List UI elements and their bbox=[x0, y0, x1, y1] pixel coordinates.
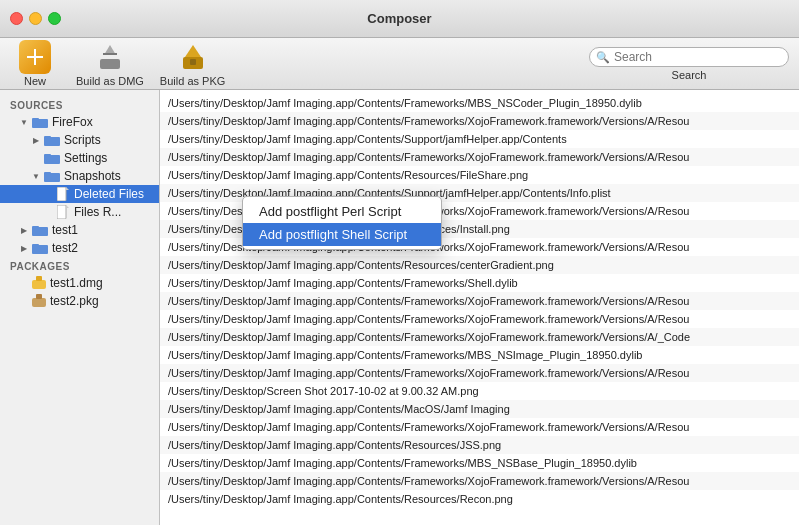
svg-rect-25 bbox=[36, 276, 42, 281]
disclosure-test1dmg bbox=[18, 277, 30, 289]
sources-header: SOURCES bbox=[0, 96, 159, 113]
sidebar-item-files-r[interactable]: Files R... bbox=[0, 203, 159, 221]
folder-icon-test2 bbox=[32, 242, 48, 254]
new-label: New bbox=[24, 75, 46, 87]
file-path-item: /Users/tiny/Desktop/Jamf Imaging.app/Con… bbox=[160, 130, 799, 148]
svg-rect-13 bbox=[44, 154, 51, 157]
new-button[interactable]: New bbox=[10, 41, 60, 87]
close-button[interactable] bbox=[10, 12, 23, 25]
file-path-item: /Users/tiny/Desktop/Jamf Imaging.app/Con… bbox=[160, 364, 799, 382]
build-pkg-button[interactable]: Build as PKG bbox=[160, 41, 225, 87]
search-icon: 🔍 bbox=[596, 50, 610, 63]
test2pkg-label: test2.pkg bbox=[50, 294, 99, 308]
context-menu: Add postflight Perl Script Add postfligh… bbox=[242, 196, 442, 250]
sidebar-item-test1dmg[interactable]: test1.dmg bbox=[0, 274, 159, 292]
sidebar-item-snapshots[interactable]: ▼ Snapshots bbox=[0, 167, 159, 185]
svg-rect-18 bbox=[57, 205, 66, 219]
folder-icon-snapshots bbox=[44, 170, 60, 182]
maximize-button[interactable] bbox=[48, 12, 61, 25]
files-r-label: Files R... bbox=[74, 205, 121, 219]
file-path-item: /Users/tiny/Desktop/Jamf Imaging.app/Con… bbox=[160, 292, 799, 310]
svg-rect-4 bbox=[103, 53, 117, 55]
build-dmg-icon bbox=[94, 41, 126, 73]
file-path-item: /Users/tiny/Desktop/Jamf Imaging.app/Con… bbox=[160, 112, 799, 130]
svg-rect-26 bbox=[32, 298, 46, 307]
file-path-item: /Users/tiny/Desktop/Jamf Imaging.app/Con… bbox=[160, 400, 799, 418]
search-area: 🔍 Search bbox=[589, 47, 789, 81]
file-path-item: /Users/tiny/Desktop/Jamf Imaging.app/Con… bbox=[160, 436, 799, 454]
folder-icon-scripts bbox=[44, 134, 60, 146]
sidebar-item-settings[interactable]: Settings bbox=[0, 149, 159, 167]
file-path-item: /Users/tiny/Desktop/Jamf Imaging.app/Con… bbox=[160, 490, 799, 508]
sidebar-item-deleted-files[interactable]: Deleted Files bbox=[0, 185, 159, 203]
file-path-item: /Users/tiny/Desktop/Jamf Imaging.app/Con… bbox=[160, 418, 799, 436]
sidebar-item-firefox[interactable]: ▼ FireFox bbox=[0, 113, 159, 131]
sidebar-item-test2pkg[interactable]: test2.pkg bbox=[0, 292, 159, 310]
svg-rect-23 bbox=[32, 244, 39, 247]
build-dmg-label: Build as DMG bbox=[76, 75, 144, 87]
file-path-item: /Users/tiny/Desktop/Jamf Imaging.app/Con… bbox=[160, 148, 799, 166]
search-container: 🔍 bbox=[589, 47, 789, 67]
folder-icon-firefox bbox=[32, 116, 48, 128]
build-dmg-button[interactable]: Build as DMG bbox=[76, 41, 144, 87]
test2-source-label: test2 bbox=[52, 241, 78, 255]
traffic-lights bbox=[10, 12, 61, 25]
dmg-icon-test1 bbox=[32, 276, 46, 290]
context-menu-item-shell[interactable]: Add postflight Shell Script bbox=[243, 223, 441, 246]
toolbar: New Build as DMG Build as PKG 🔍 Search bbox=[0, 38, 799, 90]
file-path-item: /Users/tiny/Desktop/Jamf Imaging.app/Con… bbox=[160, 454, 799, 472]
sidebar-item-test1-source[interactable]: ▶ test1 bbox=[0, 221, 159, 239]
disclosure-settings bbox=[30, 152, 42, 164]
svg-rect-15 bbox=[44, 172, 51, 175]
pkg-icon-test2 bbox=[32, 294, 46, 308]
sidebar-item-scripts[interactable]: ▶ Scripts bbox=[0, 131, 159, 149]
search-input[interactable] bbox=[589, 47, 789, 67]
svg-rect-2 bbox=[100, 59, 120, 69]
disclosure-firefox: ▼ bbox=[18, 116, 30, 128]
deleted-files-label: Deleted Files bbox=[74, 187, 144, 201]
svg-rect-11 bbox=[44, 136, 51, 139]
sidebar-item-test2-source[interactable]: ▶ test2 bbox=[0, 239, 159, 257]
folder-icon-settings bbox=[44, 152, 60, 164]
titlebar: Composer bbox=[0, 0, 799, 38]
disclosure-test1: ▶ bbox=[18, 224, 30, 236]
svg-rect-7 bbox=[190, 59, 196, 65]
test1dmg-label: test1.dmg bbox=[50, 276, 103, 290]
sidebar: SOURCES ▼ FireFox ▶ Scripts Settings bbox=[0, 90, 160, 525]
packages-header: PACKAGES bbox=[0, 257, 159, 274]
search-label: Search bbox=[672, 69, 707, 81]
folder-icon-test1 bbox=[32, 224, 48, 236]
file-icon-files-r bbox=[56, 205, 70, 219]
file-path-item: /Users/tiny/Desktop/Jamf Imaging.app/Con… bbox=[160, 472, 799, 490]
minimize-button[interactable] bbox=[29, 12, 42, 25]
disclosure-snapshots: ▼ bbox=[30, 170, 42, 182]
svg-rect-27 bbox=[36, 294, 42, 299]
svg-rect-21 bbox=[32, 226, 39, 229]
file-path-item: /Users/tiny/Desktop/Jamf Imaging.app/Con… bbox=[160, 310, 799, 328]
disclosure-test2pkg bbox=[18, 295, 30, 307]
disclosure-files-r bbox=[42, 206, 54, 218]
file-icon-deleted bbox=[56, 187, 70, 201]
file-path-item: /Users/tiny/Desktop/Jamf Imaging.app/Con… bbox=[160, 274, 799, 292]
scripts-label: Scripts bbox=[64, 133, 101, 147]
build-pkg-icon bbox=[177, 41, 209, 73]
svg-rect-24 bbox=[32, 280, 46, 289]
main-area: SOURCES ▼ FireFox ▶ Scripts Settings bbox=[0, 90, 799, 525]
test1-source-label: test1 bbox=[52, 223, 78, 237]
snapshots-label: Snapshots bbox=[64, 169, 121, 183]
content-area: /Users/tiny/Desktop/Jamf Imaging.app/Con… bbox=[160, 90, 799, 525]
context-menu-item-perl[interactable]: Add postflight Perl Script bbox=[243, 200, 441, 223]
disclosure-test2: ▶ bbox=[18, 242, 30, 254]
disclosure-scripts: ▶ bbox=[30, 134, 42, 146]
svg-rect-9 bbox=[32, 118, 39, 121]
svg-marker-17 bbox=[66, 187, 69, 190]
window-title: Composer bbox=[367, 11, 431, 26]
file-list: /Users/tiny/Desktop/Jamf Imaging.app/Con… bbox=[160, 94, 799, 508]
new-icon bbox=[19, 41, 51, 73]
disclosure-deleted bbox=[42, 188, 54, 200]
svg-marker-6 bbox=[185, 45, 201, 57]
file-path-item: /Users/tiny/Desktop/Jamf Imaging.app/Con… bbox=[160, 94, 799, 112]
file-path-item: /Users/tiny/Desktop/Jamf Imaging.app/Con… bbox=[160, 166, 799, 184]
firefox-label: FireFox bbox=[52, 115, 93, 129]
settings-label: Settings bbox=[64, 151, 107, 165]
